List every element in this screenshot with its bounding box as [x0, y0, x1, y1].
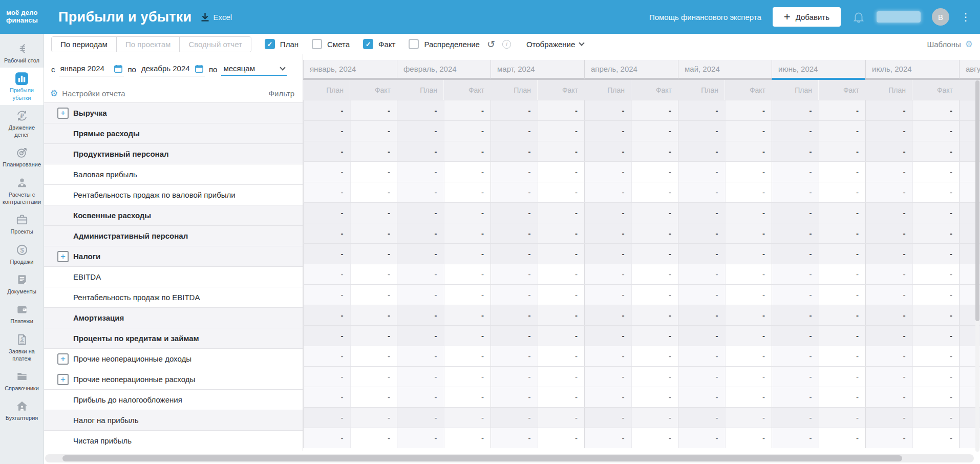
sidebar-item-dollar-circle[interactable]: $Продажи — [0, 239, 44, 269]
value-cell-plan: - — [865, 387, 912, 407]
table-row-label[interactable]: Косвенные расходы — [44, 205, 303, 225]
sidebar-item-folder[interactable]: Справочники — [0, 366, 44, 395]
value-cell-plan: - — [584, 387, 631, 407]
table-row-label[interactable]: Прибыль до налогообложения — [44, 389, 303, 410]
sidebar-item-briefcase[interactable]: Проекты — [0, 209, 44, 239]
info-icon[interactable]: i — [502, 40, 511, 49]
value-cell-plan: - — [678, 141, 725, 161]
horizontal-scrollbar-thumb[interactable] — [62, 455, 902, 461]
value-cell-fact: - — [538, 428, 585, 448]
table-row-label[interactable]: Амортизация — [44, 307, 303, 328]
sidebar-item-wallet[interactable]: Платежи — [0, 299, 44, 328]
table-row-label[interactable]: Рентабельность продаж по EBITDA — [44, 287, 303, 307]
value-cell-plan: - — [865, 285, 912, 305]
value-cell-fact: - — [819, 408, 866, 428]
value-cell-fact: - — [819, 367, 866, 387]
kebab-menu-icon[interactable]: ⋮ — [961, 12, 971, 22]
value-cell-plan: - — [584, 162, 631, 182]
expand-plus-icon[interactable]: + — [57, 251, 69, 262]
avatar-initial: B — [938, 13, 943, 22]
expand-plus-icon[interactable]: + — [57, 374, 69, 385]
avatar[interactable]: B — [932, 8, 949, 26]
sidebar-item-logo[interactable]: Рабочий стол — [0, 38, 44, 68]
vertical-scrollbar-thumb[interactable] — [975, 80, 979, 321]
table-row-label[interactable]: +Выручка — [44, 102, 303, 123]
table-row-label[interactable]: Валовая прибыль — [44, 164, 303, 184]
table-row-label[interactable]: Прямые расходы — [44, 123, 303, 143]
table-row-label[interactable]: Продуктивный персонал — [44, 143, 303, 164]
filter-button[interactable]: Фильтр — [269, 89, 294, 98]
value-cell-plan: - — [303, 346, 350, 366]
horizontal-scrollbar-track[interactable] — [45, 454, 974, 462]
expand-plus-icon[interactable]: + — [57, 108, 69, 119]
value-cell-fact: - — [725, 346, 772, 366]
app-logo[interactable]: моё дело финансы — [0, 9, 44, 25]
table-row-label[interactable]: Рентабельность продаж по валовой прибыли — [44, 184, 303, 205]
value-cell-fact: - — [350, 141, 397, 161]
table-row-cells: -- — [678, 407, 772, 428]
table-row-label[interactable]: Чистая прибыль — [44, 430, 303, 451]
table-row-label[interactable]: +Прочие неоперационные расходы — [44, 369, 303, 389]
value-cell-fact: - — [631, 203, 678, 223]
tab-по-проектам[interactable]: По проектам — [116, 37, 180, 52]
value-cell-fact: - — [538, 367, 585, 387]
expand-plus-icon[interactable]: + — [57, 353, 69, 365]
excel-export-button[interactable]: Excel — [201, 12, 232, 22]
value-cell-fact: - — [725, 285, 772, 305]
table-row-cells: -- — [397, 182, 491, 202]
reset-icon[interactable]: ↺ — [487, 38, 495, 50]
table-row-label[interactable]: Налог на прибыль — [44, 410, 303, 430]
checkbox-факт[interactable]: ✓Факт — [363, 39, 395, 49]
value-cell-fact: - — [538, 285, 585, 305]
sidebar-item-person[interactable]: Расчеты с контрагентами — [0, 172, 44, 209]
table-row-cells: -- — [772, 428, 865, 448]
row-label-text: Выручка — [73, 109, 107, 117]
value-cell-fact: - — [725, 408, 772, 428]
granularity-select[interactable]: месяцам — [221, 63, 287, 76]
templates-button[interactable]: Шаблоны ⚙ — [927, 40, 973, 49]
vertical-scrollbar-track[interactable] — [975, 80, 979, 452]
value-cell-plan: - — [772, 428, 819, 448]
table-row-label[interactable]: +Налоги — [44, 246, 303, 266]
value-cell-plan: - — [584, 121, 631, 141]
period-to-field[interactable]: декабрь 2024 — [140, 63, 205, 76]
sidebar-item-target[interactable]: Планирование — [0, 142, 44, 172]
sidebar: Рабочий столПрибыли убытки₽Движение дене… — [0, 34, 44, 464]
sidebar-item-bar-chart[interactable]: Прибыли убытки — [0, 68, 44, 105]
checkbox-план[interactable]: ✓План — [265, 39, 299, 49]
templates-label: Шаблоны — [927, 40, 961, 49]
table-row-cells: -- — [491, 428, 584, 448]
period-from-field[interactable]: января 2024 — [59, 63, 124, 76]
financial-expert-help-link[interactable]: Помощь финансового эксперта — [649, 13, 761, 22]
month-header: январь, 2024 — [303, 60, 397, 80]
sidebar-item-payment-request[interactable]: $Заявки на платеж — [0, 329, 44, 366]
value-cell-plan: - — [772, 305, 819, 325]
table-row-label[interactable]: Административный персонал — [44, 225, 303, 246]
value-cell-fact: - — [819, 387, 866, 407]
sidebar-item-ruble-flow[interactable]: ₽Движение денег — [0, 105, 44, 142]
value-cell-fact: - — [444, 367, 491, 387]
add-button[interactable]: + Добавить — [773, 7, 841, 27]
table-row-cells: -- — [865, 202, 959, 223]
row-label-text: Административный персонал — [73, 231, 188, 240]
value-cell-plan: - — [397, 387, 444, 407]
table-row-label[interactable]: +Прочие неоперационные доходы — [44, 348, 303, 369]
plan-fact-subheader: ПланФакт — [772, 80, 865, 100]
table-row-label[interactable]: Проценты по кредитам и займам — [44, 328, 303, 348]
sidebar-item-home[interactable]: Бухгалтерия — [0, 395, 44, 425]
tab-по-периодам[interactable]: По периодам — [52, 37, 116, 52]
sidebar-item-document[interactable]: Документы — [0, 269, 44, 299]
checkbox-распределение[interactable]: Распределение — [409, 39, 480, 49]
value-cell-fact: - — [444, 408, 491, 428]
value-cell-plan: - — [678, 346, 725, 366]
username-redacted — [877, 11, 921, 23]
notifications-bell-icon[interactable] — [852, 10, 865, 24]
report-settings-button[interactable]: ⚙ Настройки отчета — [50, 89, 125, 98]
month-column: июнь, 2024ПланФакт----------------------… — [772, 54, 865, 451]
table-row-label[interactable]: EBITDA — [44, 266, 303, 287]
value-cell-plan: - — [303, 141, 350, 161]
checkbox-смета[interactable]: Смета — [312, 39, 350, 49]
value-cell-fact: - — [444, 285, 491, 305]
display-dropdown[interactable]: Отображение — [526, 40, 584, 49]
tab-сводный-отчет[interactable]: Сводный отчет — [179, 37, 250, 52]
